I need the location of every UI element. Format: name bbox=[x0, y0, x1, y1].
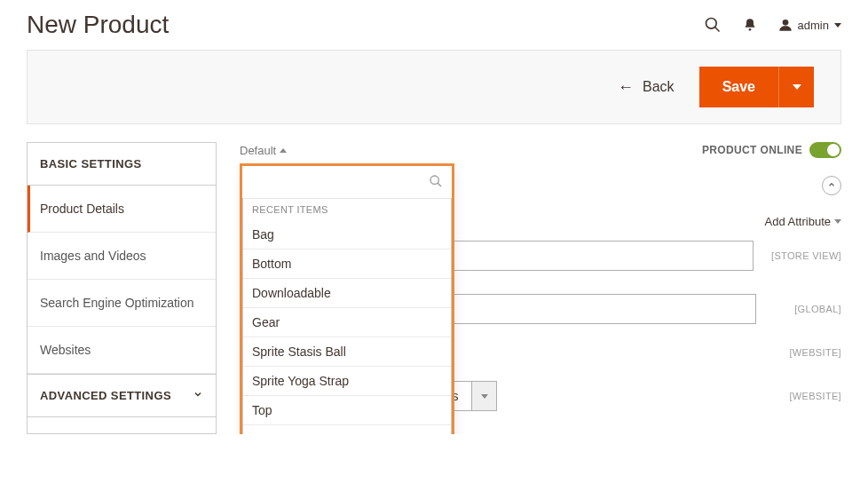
svg-point-4 bbox=[430, 176, 438, 184]
add-attribute-button[interactable]: Add Attribute bbox=[765, 215, 841, 228]
sidebar-item-seo[interactable]: Search Engine Optimization bbox=[28, 280, 216, 327]
search-icon[interactable] bbox=[704, 16, 722, 34]
dropdown-item-gear[interactable]: Gear bbox=[243, 308, 451, 337]
dropdown-item-downloadable[interactable]: Downloadable bbox=[243, 279, 451, 308]
dropdown-search-input[interactable] bbox=[242, 166, 420, 198]
scope-store-view: [STORE VIEW] bbox=[771, 250, 841, 261]
dropdown-recent-heading: RECENT ITEMS bbox=[243, 198, 451, 220]
sidebar-item-images[interactable]: Images and Videos bbox=[28, 233, 216, 280]
dropdown-item-showall[interactable]: Show all... bbox=[243, 425, 451, 434]
scope-global: [GLOBAL] bbox=[794, 304, 841, 314]
arrow-left-icon: ← bbox=[618, 78, 634, 97]
dropdown-item-top[interactable]: Top bbox=[243, 396, 451, 425]
svg-line-1 bbox=[714, 28, 719, 32]
scope-website: [WEBSITE] bbox=[789, 347, 841, 358]
dropdown-item-stasis[interactable]: Sprite Stasis Ball bbox=[243, 337, 451, 367]
attribute-set-selector[interactable]: Default bbox=[240, 144, 287, 157]
page-header: New Product admin bbox=[0, 0, 868, 50]
save-split-button: Save bbox=[699, 67, 814, 107]
chevron-up-icon bbox=[827, 180, 836, 191]
svg-point-3 bbox=[782, 20, 788, 26]
svg-point-0 bbox=[706, 19, 716, 29]
sidebar-item-websites[interactable]: Websites bbox=[28, 327, 216, 374]
advanced-settings-label: ADVANCED SETTINGS bbox=[40, 389, 171, 402]
default-label: Default bbox=[240, 144, 276, 157]
action-bar: ← Back Save bbox=[27, 50, 841, 124]
dropdown-list: RECENT ITEMS Bag Bottom Downloadable Gea… bbox=[242, 198, 452, 434]
sidebar-basic-items: Product Details Images and Videos Search… bbox=[28, 186, 216, 374]
header-actions: admin bbox=[704, 16, 841, 34]
product-online-label: PRODUCT ONLINE bbox=[702, 144, 802, 156]
chevron-up-icon bbox=[280, 148, 287, 153]
tax-select-button[interactable] bbox=[472, 381, 497, 411]
basic-settings-heading[interactable]: BASIC SETTINGS bbox=[28, 143, 216, 186]
user-menu[interactable]: admin bbox=[778, 18, 841, 32]
search-icon[interactable] bbox=[420, 174, 452, 191]
user-label: admin bbox=[798, 19, 829, 32]
attribute-set-dropdown: RECENT ITEMS Bag Bottom Downloadable Gea… bbox=[240, 163, 454, 434]
product-online-status: PRODUCT ONLINE bbox=[702, 142, 841, 158]
back-button[interactable]: ← Back bbox=[618, 78, 675, 97]
svg-point-2 bbox=[748, 28, 751, 31]
add-attribute-label: Add Attribute bbox=[765, 215, 831, 228]
save-button[interactable]: Save bbox=[699, 67, 778, 107]
chevron-down-icon bbox=[793, 84, 801, 90]
save-dropdown-button[interactable] bbox=[778, 67, 814, 107]
user-icon bbox=[778, 18, 793, 32]
svg-line-5 bbox=[438, 183, 441, 186]
chevron-down-icon bbox=[481, 394, 488, 399]
top-controls: Default PRODUCT ONLINE bbox=[240, 142, 841, 158]
page-title: New Product bbox=[27, 11, 169, 39]
main-layout: BASIC SETTINGS Product Details Images an… bbox=[0, 142, 868, 434]
product-online-toggle[interactable] bbox=[809, 142, 841, 158]
chevron-down-icon bbox=[193, 389, 203, 402]
collapse-section-button[interactable] bbox=[822, 176, 841, 195]
dropdown-item-bottom[interactable]: Bottom bbox=[243, 250, 451, 279]
content-area: Default PRODUCT ONLINE RECENT ITEMS Bag … bbox=[240, 142, 841, 434]
back-label: Back bbox=[643, 79, 675, 95]
dropdown-search-row bbox=[242, 166, 452, 198]
advanced-settings-heading[interactable]: ADVANCED SETTINGS bbox=[28, 374, 216, 417]
chevron-down-icon bbox=[834, 23, 841, 28]
bell-icon[interactable] bbox=[743, 17, 757, 33]
chevron-down-icon bbox=[834, 219, 841, 224]
dropdown-item-bag[interactable]: Bag bbox=[243, 220, 451, 250]
sidebar-item-product-details[interactable]: Product Details bbox=[28, 186, 216, 233]
dropdown-item-yoga[interactable]: Sprite Yoga Strap bbox=[243, 367, 451, 396]
sidebar: BASIC SETTINGS Product Details Images an… bbox=[27, 142, 217, 434]
scope-website: [WEBSITE] bbox=[789, 391, 841, 401]
